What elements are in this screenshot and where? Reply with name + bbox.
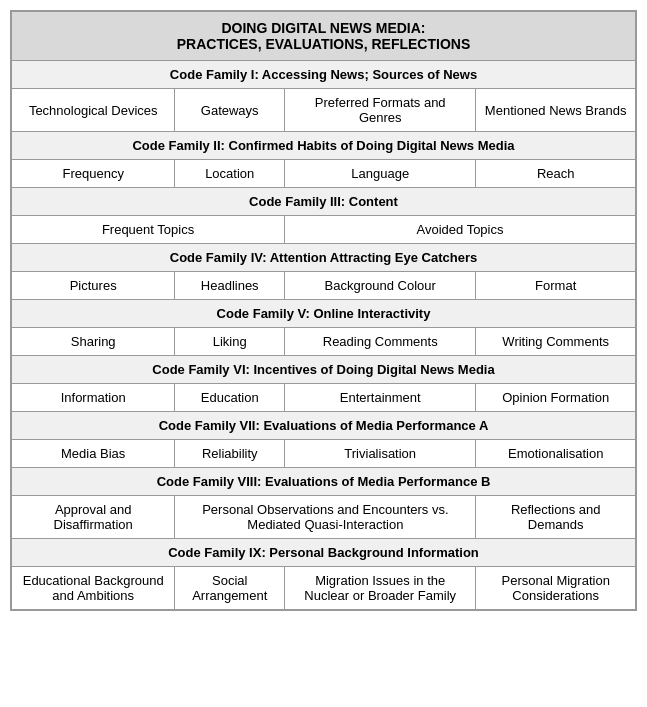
section-header-family2: Code Family II: Confirmed Habits of Doin… bbox=[12, 132, 636, 160]
cell-emotionalisation: Emotionalisation bbox=[476, 440, 636, 468]
cell-preferred-formats: Preferred Formats and Genres bbox=[285, 89, 476, 132]
cell-reflections-demands: Reflections and Demands bbox=[476, 496, 636, 539]
cell-gateways: Gateways bbox=[175, 89, 285, 132]
section-family3: Code Family III: Content bbox=[12, 188, 636, 216]
row-family1-data: Technological Devices Gateways Preferred… bbox=[12, 89, 636, 132]
section-family4: Code Family IV: Attention Attracting Eye… bbox=[12, 244, 636, 272]
cell-personal-migration: Personal Migration Considerations bbox=[476, 567, 636, 610]
section-header-family8: Code Family VIII: Evaluations of Media P… bbox=[12, 468, 636, 496]
section-header-family9: Code Family IX: Personal Background Info… bbox=[12, 539, 636, 567]
row-family5-data: Sharing Liking Reading Comments Writing … bbox=[12, 328, 636, 356]
cell-reading-comments: Reading Comments bbox=[285, 328, 476, 356]
cell-writing-comments: Writing Comments bbox=[476, 328, 636, 356]
cell-approval-disaffirmation: Approval and Disaffirmation bbox=[12, 496, 175, 539]
section-family2: Code Family II: Confirmed Habits of Doin… bbox=[12, 132, 636, 160]
section-family8: Code Family VIII: Evaluations of Media P… bbox=[12, 468, 636, 496]
cell-mentioned-news: Mentioned News Brands bbox=[476, 89, 636, 132]
cell-frequent-topics: Frequent Topics bbox=[12, 216, 285, 244]
row-family3-data: Frequent Topics Avoided Topics bbox=[12, 216, 636, 244]
cell-social-arrangement: Social Arrangement bbox=[175, 567, 285, 610]
main-table: DOING DIGITAL NEWS MEDIA: PRACTICES, EVA… bbox=[10, 10, 637, 611]
section-family6: Code Family VI: Incentives of Doing Digi… bbox=[12, 356, 636, 384]
cell-migration-issues: Migration Issues in the Nuclear or Broad… bbox=[285, 567, 476, 610]
cell-language: Language bbox=[285, 160, 476, 188]
row-family4-data: Pictures Headlines Background Colour For… bbox=[12, 272, 636, 300]
main-title: DOING DIGITAL NEWS MEDIA: PRACTICES, EVA… bbox=[12, 12, 636, 61]
cell-avoided-topics: Avoided Topics bbox=[285, 216, 636, 244]
cell-liking: Liking bbox=[175, 328, 285, 356]
cell-reliability: Reliability bbox=[175, 440, 285, 468]
cell-background-colour: Background Colour bbox=[285, 272, 476, 300]
row-family8-data: Approval and Disaffirmation Personal Obs… bbox=[12, 496, 636, 539]
cell-tech-devices: Technological Devices bbox=[12, 89, 175, 132]
row-family6-data: Information Education Entertainment Opin… bbox=[12, 384, 636, 412]
cell-personal-observations: Personal Observations and Encounters vs.… bbox=[175, 496, 476, 539]
cell-opinion-formation: Opinion Formation bbox=[476, 384, 636, 412]
cell-format: Format bbox=[476, 272, 636, 300]
section-family9: Code Family IX: Personal Background Info… bbox=[12, 539, 636, 567]
cell-frequency: Frequency bbox=[12, 160, 175, 188]
cell-reach: Reach bbox=[476, 160, 636, 188]
section-family5: Code Family V: Online Interactivity bbox=[12, 300, 636, 328]
cell-trivialisation: Trivialisation bbox=[285, 440, 476, 468]
cell-media-bias: Media Bias bbox=[12, 440, 175, 468]
cell-educational-background: Educational Background and Ambitions bbox=[12, 567, 175, 610]
row-family9-data: Educational Background and Ambitions Soc… bbox=[12, 567, 636, 610]
cell-headlines: Headlines bbox=[175, 272, 285, 300]
cell-education: Education bbox=[175, 384, 285, 412]
cell-location: Location bbox=[175, 160, 285, 188]
title-line1: DOING DIGITAL NEWS MEDIA: bbox=[221, 20, 425, 36]
main-title-row: DOING DIGITAL NEWS MEDIA: PRACTICES, EVA… bbox=[12, 12, 636, 61]
section-header-family3: Code Family III: Content bbox=[12, 188, 636, 216]
title-line2: PRACTICES, EVALUATIONS, REFLECTIONS bbox=[177, 36, 471, 52]
cell-entertainment: Entertainment bbox=[285, 384, 476, 412]
section-family7: Code Family VII: Evaluations of Media Pe… bbox=[12, 412, 636, 440]
cell-pictures: Pictures bbox=[12, 272, 175, 300]
section-header-family5: Code Family V: Online Interactivity bbox=[12, 300, 636, 328]
cell-information: Information bbox=[12, 384, 175, 412]
section-header-family7: Code Family VII: Evaluations of Media Pe… bbox=[12, 412, 636, 440]
section-header-family6: Code Family VI: Incentives of Doing Digi… bbox=[12, 356, 636, 384]
section-header-family4: Code Family IV: Attention Attracting Eye… bbox=[12, 244, 636, 272]
cell-sharing: Sharing bbox=[12, 328, 175, 356]
row-family7-data: Media Bias Reliability Trivialisation Em… bbox=[12, 440, 636, 468]
section-family1: Code Family I: Accessing News; Sources o… bbox=[12, 61, 636, 89]
section-header-family1: Code Family I: Accessing News; Sources o… bbox=[12, 61, 636, 89]
row-family2-data: Frequency Location Language Reach bbox=[12, 160, 636, 188]
